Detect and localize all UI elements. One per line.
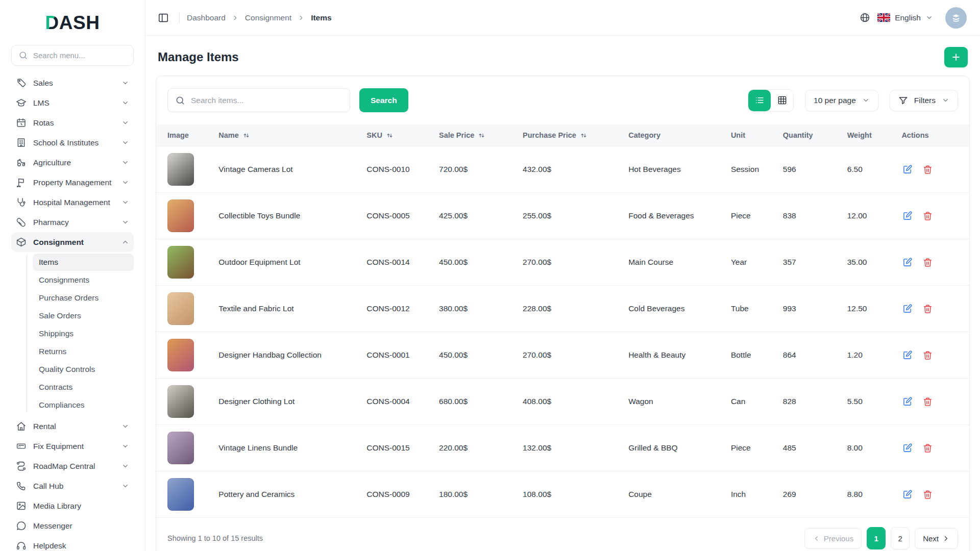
item-purchase-price: 408.00$ (516, 379, 621, 425)
sidebar-subitem-returns[interactable]: Returns (33, 343, 134, 360)
item-weight: 5.50 (840, 379, 895, 425)
item-image[interactable] (167, 292, 194, 325)
sidebar-item-roadmap-central[interactable]: RoadMap Central (11, 456, 134, 476)
sidebar-item-fix-equipment[interactable]: Fix Equipment (11, 436, 134, 456)
page-button-1[interactable]: 1 (867, 527, 886, 549)
search-button[interactable]: Search (359, 88, 408, 112)
next-page-button[interactable]: Next (915, 528, 958, 549)
breadcrumb-consignment[interactable]: Consignment (245, 13, 291, 22)
sort-icon[interactable] (242, 132, 250, 139)
sidebar-item-hospital-management[interactable]: Hospital Management (11, 192, 134, 212)
edit-button[interactable] (901, 256, 914, 268)
sidebar-item-agriculture[interactable]: Agriculture (11, 153, 134, 172)
column-header-purchase-price[interactable]: Purchase Price (516, 124, 621, 146)
sidebar-subitem-consignments[interactable]: Consignments (33, 271, 134, 289)
sidebar-item-rental[interactable]: Rental (11, 416, 134, 436)
grid-view-button[interactable] (771, 90, 793, 111)
column-header-sku[interactable]: SKU (359, 124, 432, 146)
sidebar-subitem-contracts[interactable]: Contracts (33, 379, 134, 396)
sidebar-toggle-icon[interactable] (155, 9, 172, 27)
delete-button[interactable] (922, 210, 934, 222)
logo-letter-d: D (45, 12, 59, 33)
sidebar-item-helpdesk[interactable]: Helpdesk (11, 536, 134, 551)
globe-icon[interactable] (860, 12, 870, 23)
filters-label: Filters (914, 96, 936, 105)
table-row: Pottery and CeramicsCONS-0009180.00$108.… (156, 471, 969, 518)
sidebar-item-sales[interactable]: Sales (11, 73, 134, 93)
item-quantity: 828 (776, 379, 840, 425)
delete-button[interactable] (922, 489, 934, 500)
chevron-down-icon (121, 422, 129, 430)
items-search-input[interactable] (191, 96, 342, 105)
trash-icon (923, 443, 933, 453)
funnel-icon (898, 95, 908, 105)
list-view-button[interactable] (748, 90, 771, 111)
sidebar-item-rotas[interactable]: Rotas (11, 113, 134, 133)
sidebar-subitem-items[interactable]: Items (33, 254, 134, 271)
sidebar-item-call-hub[interactable]: Call Hub (11, 476, 134, 496)
breadcrumb-separator-icon (232, 14, 239, 21)
item-image[interactable] (167, 199, 194, 232)
sidebar-item-school-institutes[interactable]: School & Institutes (11, 133, 134, 153)
plus-icon (951, 52, 961, 62)
sidebar-search[interactable] (11, 45, 134, 66)
sidebar-item-lms[interactable]: LMS (11, 93, 134, 113)
edit-button[interactable] (901, 349, 914, 361)
sidebar-item-property-management[interactable]: Property Management (11, 172, 134, 192)
item-image[interactable] (167, 478, 194, 511)
topbar-divider (179, 12, 180, 23)
rotas-icon (16, 117, 27, 128)
item-image[interactable] (167, 432, 194, 464)
previous-page-button[interactable]: Previous (804, 528, 862, 549)
edit-button[interactable] (901, 442, 914, 454)
item-unit: Piece (724, 193, 776, 239)
sidebar-item-media-library[interactable]: Media Library (11, 496, 134, 516)
per-page-select[interactable]: 10 per page (805, 90, 878, 111)
sidebar-item-pharmacy[interactable]: Pharmacy (11, 212, 134, 232)
item-image[interactable] (167, 153, 194, 186)
edit-button[interactable] (901, 488, 914, 500)
delete-button[interactable] (922, 349, 934, 361)
column-header-sale-price[interactable]: Sale Price (432, 124, 516, 146)
chevron-down-icon (121, 119, 129, 127)
delete-button[interactable] (922, 303, 934, 315)
delete-button[interactable] (922, 164, 934, 176)
breadcrumb-dashboard[interactable]: Dashboard (187, 13, 226, 22)
edit-button[interactable] (901, 210, 914, 222)
delete-button[interactable] (922, 442, 934, 454)
page-button-2[interactable]: 2 (891, 527, 910, 549)
item-image[interactable] (167, 339, 194, 371)
item-purchase-price: 108.00$ (516, 471, 621, 518)
column-header-name[interactable]: Name (211, 124, 359, 146)
sidebar-subitem-sale-orders[interactable]: Sale Orders (33, 307, 134, 324)
delete-button[interactable] (922, 396, 934, 408)
sidebar-subitem-purchase-orders[interactable]: Purchase Orders (33, 289, 134, 307)
sidebar-subitem-quality-controls[interactable]: Quality Controls (33, 361, 134, 378)
avatar[interactable] (945, 7, 967, 29)
item-quantity: 993 (776, 286, 840, 332)
edit-button[interactable] (901, 303, 914, 315)
item-unit: Inch (724, 471, 776, 518)
sort-icon[interactable] (386, 132, 394, 139)
filters-button[interactable]: Filters (890, 90, 958, 111)
sidebar-item-messenger[interactable]: Messenger (11, 516, 134, 536)
item-image[interactable] (167, 385, 194, 418)
sidebar-subitem-shippings[interactable]: Shippings (33, 325, 134, 342)
language-selector[interactable]: English (877, 13, 933, 22)
sidebar-item-consignment[interactable]: Consignment (11, 232, 134, 252)
sort-icon[interactable] (580, 132, 587, 139)
sidebar-search-input[interactable] (33, 51, 127, 60)
sort-icon[interactable] (478, 132, 485, 139)
delete-button[interactable] (922, 257, 934, 268)
item-sku: CONS-0009 (359, 471, 432, 518)
items-search-field[interactable] (167, 88, 350, 112)
add-item-button[interactable] (944, 47, 968, 67)
sidebar-subitem-compliances[interactable]: Compliances (33, 396, 134, 414)
item-weight: 12.00 (840, 193, 895, 239)
item-image[interactable] (167, 246, 194, 279)
column-label: Sale Price (439, 131, 474, 139)
item-purchase-price: 132.00$ (516, 425, 621, 471)
edit-button[interactable] (901, 163, 914, 176)
edit-button[interactable] (901, 395, 914, 408)
table-row: Vintage Cameras LotCONS-0010720.00$432.0… (156, 146, 969, 193)
